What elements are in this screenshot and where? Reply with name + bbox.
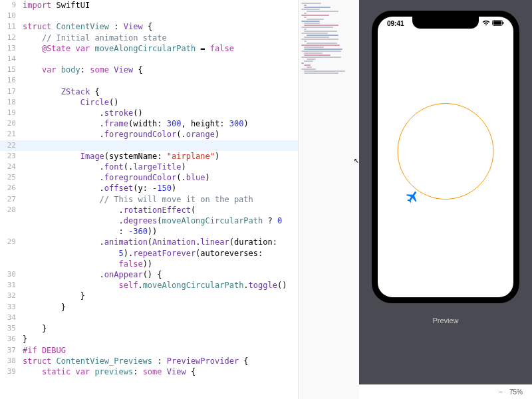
minimap-line [304, 49, 342, 50]
line-number: 13 [0, 43, 23, 54]
preview-label: Preview [432, 317, 458, 325]
line-number: 20 [0, 118, 23, 129]
minimap-line [307, 19, 324, 20]
code-line[interactable]: 12 // Initial animation state [0, 33, 298, 43]
code-line[interactable]: 34 [0, 313, 298, 323]
line-number: 29 [0, 237, 23, 247]
minimap-line [301, 57, 341, 58]
line-number: 35 [0, 323, 23, 334]
code-line[interactable]: 30 .onAppear() { [0, 269, 298, 280]
line-number: 22 [0, 140, 23, 151]
code-line[interactable]: 24 .font(.largeTitle) [0, 162, 298, 172]
code-line[interactable]: 25 .foregroundColor(.blue) [0, 172, 298, 183]
line-number: 26 [0, 183, 23, 194]
minimap-line [301, 9, 320, 10]
code-line[interactable]: 5).repeatForever(autoreverses: [0, 248, 298, 259]
code-line[interactable]: 39 static var previews: some View { [0, 366, 298, 377]
code-line[interactable]: 35 } [0, 323, 298, 334]
line-number: 33 [0, 302, 23, 313]
code-line[interactable]: 10 [0, 11, 298, 21]
line-number: 37 [0, 345, 23, 356]
zoom-out-button[interactable]: − [499, 388, 503, 396]
minimap-line [304, 47, 324, 48]
code-line[interactable]: 16 [0, 75, 298, 86]
line-number: 10 [0, 11, 23, 21]
minimap-line [304, 65, 311, 66]
line-number: 15 [0, 65, 23, 75]
device-screen[interactable]: 09:41 [378, 17, 513, 297]
code-line[interactable]: 18 Circle() [0, 97, 298, 108]
code-line[interactable]: 9import SwiftUI [0, 0, 298, 11]
code-line[interactable]: 19 .stroke() [0, 108, 298, 118]
code-line[interactable]: 27 // This will move it on the path [0, 194, 298, 205]
code-line[interactable]: 11struct ContentView : View { [0, 21, 298, 32]
minimap-line [304, 25, 338, 26]
line-number: 25 [0, 172, 23, 183]
line-number: 9 [0, 0, 23, 11]
line-number: 32 [0, 291, 23, 301]
minimap[interactable] [298, 0, 359, 399]
code-line[interactable]: 14 [0, 54, 298, 65]
code-line[interactable]: 20 .frame(width: 300, height: 300) [0, 118, 298, 129]
code-line[interactable]: .degrees(moveAlongCircularPath ? 0 [0, 215, 298, 226]
code-line[interactable]: 21 .foregroundColor(.orange) [0, 129, 298, 140]
line-number: 31 [0, 280, 23, 291]
line-number: 28 [0, 205, 23, 215]
minimap-line [301, 21, 320, 22]
line-number: 21 [0, 129, 23, 140]
code-line[interactable]: : -360)) [0, 226, 298, 237]
code-line[interactable]: 33 } [0, 302, 298, 313]
device-frame: 09:41 [372, 11, 519, 303]
line-number: 19 [0, 108, 23, 118]
circle-stroke [398, 103, 494, 200]
minimap-line [301, 45, 340, 46]
line-number: 39 [0, 366, 23, 377]
code-line[interactable]: 36} [0, 334, 298, 344]
minimap-line [307, 35, 338, 36]
minimap-line [304, 61, 313, 62]
status-time: 09:41 [387, 20, 404, 27]
preview-canvas[interactable]: ↖ 09:41 Preview − 75% [359, 0, 532, 399]
code-editor[interactable]: 9import SwiftUI1011struct ContentView : … [0, 0, 298, 399]
code-line[interactable]: false)) [0, 259, 298, 269]
code-line[interactable]: 26 .offset(y: -150) [0, 183, 298, 194]
minimap-line [304, 23, 320, 24]
minimap-line [304, 5, 307, 6]
code-line[interactable]: 38struct ContentView_Previews : PreviewP… [0, 356, 298, 366]
minimap-line [301, 3, 321, 4]
minimap-line [307, 59, 316, 60]
line-number: 14 [0, 54, 23, 65]
minimap-line [304, 37, 329, 38]
line-number: 24 [0, 162, 23, 172]
line-number: 30 [0, 269, 23, 280]
code-line[interactable]: 15 var body: some View { [0, 65, 298, 75]
code-line[interactable]: 37#if DEBUG [0, 345, 298, 356]
airplane-icon [404, 188, 422, 208]
code-line[interactable]: 17 ZStack { [0, 86, 298, 97]
device-notch [412, 17, 479, 29]
code-line[interactable]: 22 [0, 140, 298, 151]
code-line[interactable]: 23 Image(systemName: "airplane") [0, 151, 298, 162]
code-line[interactable]: 28 .rotationEffect( [0, 205, 298, 215]
line-number: 36 [0, 334, 23, 344]
minimap-line [304, 7, 331, 8]
minimap-line [301, 15, 329, 16]
mouse-cursor-icon: ↖ [354, 155, 359, 165]
minimap-line [301, 51, 341, 52]
minimap-line [307, 11, 338, 12]
line-number [0, 259, 23, 269]
minimap-line [301, 27, 333, 28]
code-line[interactable]: 13 @State var moveAlongCircularPath = fa… [0, 43, 298, 54]
wifi-icon [482, 20, 490, 27]
code-line[interactable]: 31 self.moveAlongCircularPath.toggle() [0, 280, 298, 291]
code-line[interactable]: 32 } [0, 291, 298, 301]
svg-rect-1 [493, 21, 501, 25]
line-number: 38 [0, 356, 23, 366]
line-number: 12 [0, 33, 23, 43]
zoom-level: 75% [509, 388, 523, 396]
code-line[interactable]: 29 .animation(Animation.linear(duration: [0, 237, 298, 247]
minimap-line [301, 68, 316, 70]
battery-icon [492, 20, 504, 27]
line-number [0, 226, 23, 237]
line-number: 34 [0, 313, 23, 323]
